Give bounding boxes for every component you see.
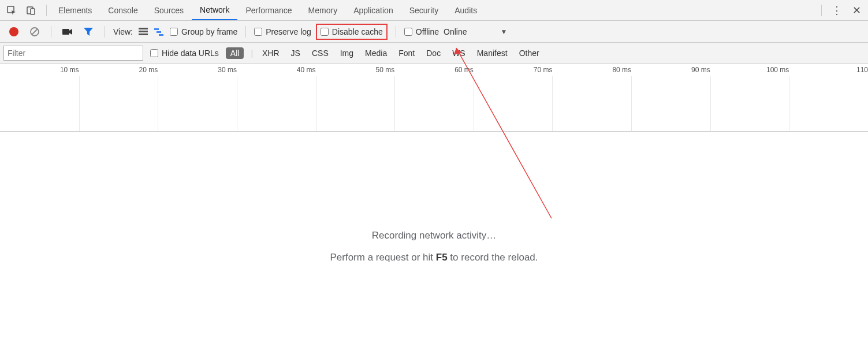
large-rows-icon[interactable] xyxy=(137,26,149,38)
hide-data-urls-checkbox[interactable]: Hide data URLs xyxy=(150,49,219,58)
svg-rect-11 xyxy=(159,34,163,36)
timeline-tick-label: 20 ms xyxy=(139,66,158,74)
filter-type-manifest[interactable]: Manifest xyxy=(475,47,510,59)
timeline-tick-label: 30 ms xyxy=(218,66,237,74)
filter-types: All | XHR JS CSS Img Media Font Doc WS M… xyxy=(226,47,542,59)
throttling-select[interactable]: Online xyxy=(444,27,467,36)
timeline-tick-label: 90 ms xyxy=(691,66,710,74)
tab-memory[interactable]: Memory xyxy=(300,1,346,20)
tab-audits[interactable]: Audits xyxy=(446,1,485,20)
timeline-tick-label: 60 ms xyxy=(455,66,474,74)
tab-security[interactable]: Security xyxy=(401,1,447,20)
filter-type-xhr[interactable]: XHR xyxy=(260,47,282,59)
timeline-grid xyxy=(0,76,868,131)
view-label: View: xyxy=(113,27,133,36)
record-button[interactable] xyxy=(6,24,22,40)
divider xyxy=(396,26,396,38)
empty-state: Recording network activity… Perform a re… xyxy=(0,132,868,263)
filter-bar: Hide data URLs All | XHR JS CSS Img Medi… xyxy=(0,43,868,64)
divider: | xyxy=(251,49,253,58)
timeline-tick-label: 110 xyxy=(856,66,868,74)
timeline-gridline xyxy=(789,76,789,131)
divider xyxy=(51,26,51,38)
timeline-tick-label: 100 ms xyxy=(766,66,789,74)
divider xyxy=(46,5,47,16)
tab-elements[interactable]: Elements xyxy=(50,1,100,20)
disable-cache-checkbox[interactable]: Disable cache xyxy=(321,27,383,36)
disable-cache-label: Disable cache xyxy=(332,27,383,36)
tab-application[interactable]: Application xyxy=(345,1,401,20)
network-toolbar: View: Group by frame Preserve log Disabl… xyxy=(0,21,868,43)
recording-message: Recording network activity… xyxy=(0,230,868,241)
svg-rect-2 xyxy=(31,9,35,14)
filter-type-ws[interactable]: WS xyxy=(450,47,468,59)
tab-performance[interactable]: Performance xyxy=(237,1,300,20)
svg-rect-5 xyxy=(62,29,69,35)
group-by-frame-label: Group by frame xyxy=(181,27,237,36)
timeline-gridline xyxy=(710,76,711,131)
timeline-gridline xyxy=(552,76,553,131)
svg-rect-10 xyxy=(157,31,161,33)
offline-checkbox[interactable]: Offline xyxy=(404,27,439,36)
disable-cache-highlight: Disable cache xyxy=(316,24,388,40)
timeline-gridline xyxy=(79,76,80,131)
filter-type-other[interactable]: Other xyxy=(517,47,542,59)
inspect-element-icon[interactable] xyxy=(3,2,20,18)
offline-label: Offline xyxy=(416,27,439,36)
timeline-gridline xyxy=(474,76,474,131)
clear-button[interactable] xyxy=(27,24,43,40)
svg-rect-8 xyxy=(139,34,148,35)
hint-message: Perform a request or hit F5 to record th… xyxy=(0,252,868,263)
timeline-overview[interactable]: 10 ms20 ms30 ms40 ms50 ms60 ms70 ms80 ms… xyxy=(0,64,868,132)
timeline-gridline xyxy=(158,76,158,131)
svg-rect-7 xyxy=(139,31,148,32)
top-right-controls: ⋮ ✕ xyxy=(818,2,865,18)
svg-line-4 xyxy=(32,29,38,35)
filter-toggle-icon[interactable] xyxy=(80,24,96,40)
filter-input[interactable] xyxy=(3,46,143,61)
filter-type-css[interactable]: CSS xyxy=(310,47,331,59)
close-icon[interactable]: ✕ xyxy=(848,2,865,18)
group-by-frame-checkbox[interactable]: Group by frame xyxy=(170,27,237,36)
hint-prefix: Perform a request or hit xyxy=(330,252,435,263)
svg-rect-9 xyxy=(154,28,159,30)
svg-rect-6 xyxy=(139,28,148,29)
waterfall-icon[interactable] xyxy=(154,26,165,38)
preserve-log-label: Preserve log xyxy=(266,27,311,36)
timeline-tick-label: 50 ms xyxy=(375,66,394,74)
preserve-log-checkbox[interactable]: Preserve log xyxy=(254,27,311,36)
throttling-dropdown-icon[interactable]: ▼ xyxy=(500,28,507,36)
tab-network[interactable]: Network xyxy=(192,1,237,20)
tab-console[interactable]: Console xyxy=(100,1,146,20)
timeline-gridline xyxy=(631,76,632,131)
timeline-tick-label: 40 ms xyxy=(297,66,316,74)
filter-type-all[interactable]: All xyxy=(226,47,244,59)
timeline-gridline xyxy=(316,76,316,131)
hint-key: F5 xyxy=(436,252,448,263)
divider xyxy=(105,26,105,38)
timeline-tick-label: 10 ms xyxy=(60,66,79,74)
timeline-tick-label: 80 ms xyxy=(612,66,631,74)
panel-tabs: Elements Console Sources Network Perform… xyxy=(50,1,818,20)
timeline-labels: 10 ms20 ms30 ms40 ms50 ms60 ms70 ms80 ms… xyxy=(0,64,868,76)
filter-type-img[interactable]: Img xyxy=(338,47,356,59)
more-icon[interactable]: ⋮ xyxy=(829,2,845,18)
devtools-top-bar: Elements Console Sources Network Perform… xyxy=(0,0,868,21)
hint-suffix: to record the reload. xyxy=(448,252,538,263)
timeline-gridline xyxy=(394,76,395,131)
divider xyxy=(245,26,246,38)
filter-type-js[interactable]: JS xyxy=(289,47,303,59)
screenshot-icon[interactable] xyxy=(59,24,76,40)
top-left-controls xyxy=(3,2,50,18)
divider xyxy=(821,5,822,16)
filter-type-font[interactable]: Font xyxy=(396,47,417,59)
device-toolbar-icon[interactable] xyxy=(23,2,39,18)
timeline-gridline xyxy=(237,76,237,131)
throttling-value: Online xyxy=(444,27,467,36)
timeline-tick-label: 70 ms xyxy=(534,66,553,74)
hide-data-urls-label: Hide data URLs xyxy=(162,49,219,58)
tab-sources[interactable]: Sources xyxy=(146,1,192,20)
filter-type-media[interactable]: Media xyxy=(363,47,389,59)
filter-type-doc[interactable]: Doc xyxy=(424,47,443,59)
